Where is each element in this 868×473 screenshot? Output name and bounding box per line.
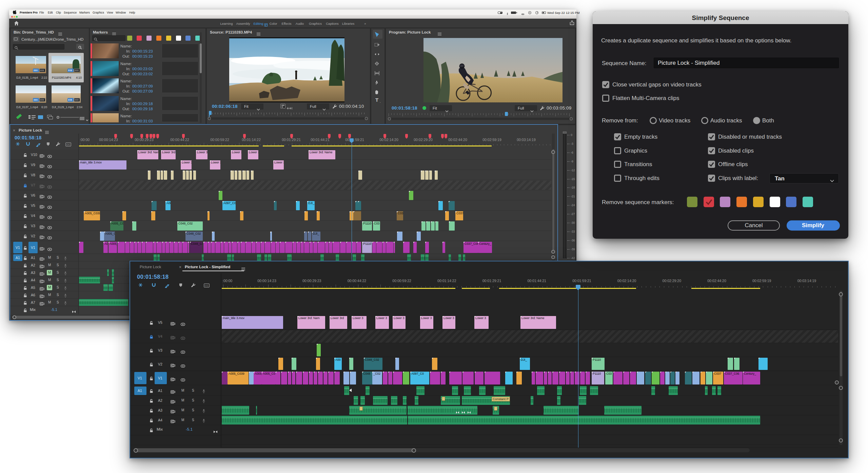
svg-text:CC: CC — [205, 284, 209, 287]
svg-text:CC: CC — [66, 143, 70, 146]
